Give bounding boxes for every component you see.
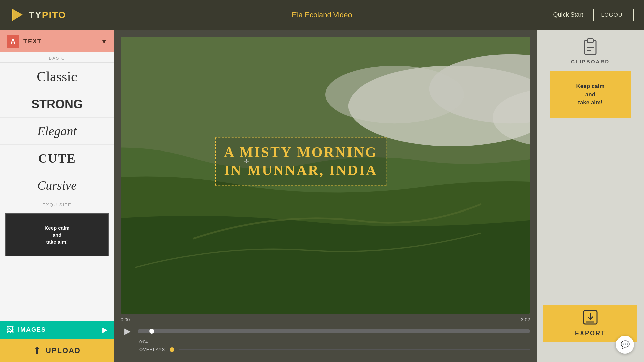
chat-icon: 💬 xyxy=(621,340,630,349)
font-classic-label: Classic xyxy=(37,69,77,85)
svg-point-6 xyxy=(325,66,464,123)
section-basic-label: BASIC xyxy=(0,52,114,63)
images-tab-arrow-icon: ▶ xyxy=(102,326,107,334)
timeline-track[interactable] xyxy=(138,329,530,333)
clipboard-section: CLIPBOARD xyxy=(571,37,610,64)
logout-button[interactable]: LOGOUT xyxy=(593,9,634,21)
move-cursor-icon: ✛ xyxy=(244,158,249,165)
header-right: Quick Start LOGOUT xyxy=(553,9,634,21)
play-icon: ▶ xyxy=(124,326,130,336)
video-background: A MISTY MORNING IN MUNNAR, INDIA ✛ xyxy=(121,37,530,314)
font-item-strong[interactable]: STRONG xyxy=(0,91,114,118)
chat-button[interactable]: 💬 xyxy=(616,336,634,354)
center-area: A MISTY MORNING IN MUNNAR, INDIA ✛ 0:00 … xyxy=(114,30,537,362)
svg-rect-8 xyxy=(587,39,593,43)
clipboard-thumbnail-text: Keep calmandtake aim! xyxy=(576,82,604,106)
timeline-playhead[interactable] xyxy=(149,329,154,334)
project-title: Ela Ecoland Video xyxy=(292,11,352,19)
logo-icon xyxy=(10,7,25,22)
timeline-end: 3:02 xyxy=(521,317,530,322)
timeline-times: 0:00 3:02 xyxy=(121,317,530,324)
overlays-label: OVERLAYS xyxy=(139,347,165,352)
upload-button[interactable]: ⬆ UPLOAD xyxy=(0,339,114,362)
overlays-row: OVERLAYS xyxy=(121,344,530,352)
video-preview: A MISTY MORNING IN MUNNAR, INDIA ✛ xyxy=(121,37,530,314)
images-tab-label: IMAGES xyxy=(18,326,46,334)
overlays-track[interactable] xyxy=(179,349,530,350)
images-icon: 🖼 xyxy=(7,325,14,334)
clipboard-icon xyxy=(582,37,599,55)
font-elegant-label: Elegant xyxy=(37,124,77,138)
text-tab-icon: A xyxy=(7,35,19,48)
overlay-dot[interactable] xyxy=(170,347,174,352)
section-exquisite-label: EXQUISITE xyxy=(0,199,114,209)
left-sidebar: A TEXT ▼ BASIC Classic STRONG Elegant CU… xyxy=(0,30,114,362)
upload-label: UPLOAD xyxy=(46,346,81,355)
export-label: EXPORT xyxy=(575,330,606,337)
video-text-overlay[interactable]: A MISTY MORNING IN MUNNAR, INDIA ✛ xyxy=(215,137,386,185)
svg-marker-0 xyxy=(13,9,23,21)
timeline-bar-row: ▶ xyxy=(121,324,530,338)
thumbnail-preview-text: Keep calmandtake aim! xyxy=(44,224,69,245)
timeline-start: 0:00 xyxy=(121,317,130,322)
clipboard-thumbnail[interactable]: Keep calmandtake aim! xyxy=(550,71,631,118)
logo-area: TYPiTO xyxy=(10,7,66,22)
images-tab[interactable]: 🖼 IMAGES ▶ xyxy=(0,321,114,339)
timeline-current-time: 0:04 xyxy=(121,338,530,344)
font-item-elegant[interactable]: Elegant xyxy=(0,118,114,145)
upload-icon: ⬆ xyxy=(33,345,41,356)
clipboard-label: CLIPBOARD xyxy=(571,59,610,64)
text-tab-arrow-icon: ▼ xyxy=(101,38,107,45)
font-item-cute[interactable]: CUTE xyxy=(0,145,114,172)
font-strong-label: STRONG xyxy=(31,97,83,111)
logo-text: TYPiTO xyxy=(29,10,66,20)
timeline-area: 0:00 3:02 ▶ 0:04 OVERLAYS xyxy=(121,314,530,355)
font-styles-list: BASIC Classic STRONG Elegant CUTE Cursiv… xyxy=(0,52,114,321)
text-tab[interactable]: A TEXT ▼ xyxy=(0,30,114,52)
font-cursive-label: Cursive xyxy=(37,178,77,193)
play-button[interactable]: ▶ xyxy=(121,324,134,338)
font-cute-label: CUTE xyxy=(38,151,76,166)
quick-start-button[interactable]: Quick Start xyxy=(553,11,583,18)
font-item-cursive[interactable]: Cursive xyxy=(0,172,114,199)
header: TYPiTO Ela Ecoland Video Quick Start LOG… xyxy=(0,0,644,30)
export-icon xyxy=(583,310,598,328)
thumbnail-preview[interactable]: Keep calmandtake aim! xyxy=(5,213,109,256)
text-tab-label: TEXT xyxy=(23,38,42,45)
font-item-classic[interactable]: Classic xyxy=(0,63,114,91)
